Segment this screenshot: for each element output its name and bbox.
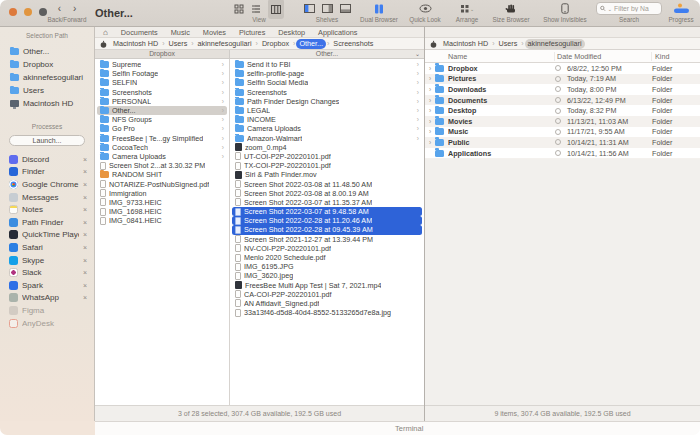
folder-row-other[interactable]: Other...› [97,106,227,115]
folder-row-path-finder-design-changes[interactable]: Path Finder Design Changes› [232,97,422,106]
disclosure-triangle-icon[interactable]: › [425,128,435,135]
column-header-date-modified[interactable]: Date Modified [555,52,652,61]
quit-process-button[interactable]: × [83,206,87,213]
favorite-item-documents[interactable]: Documents [121,28,158,37]
folder-row-selfin-social-media[interactable]: Selfin Social Media› [232,78,422,87]
file-row-screen-shot-2022-03-07-at-9-48-58-am[interactable]: Screen Shot 2022-03-07 at 9.48.58 AM [232,207,422,216]
file-row-screen-shot-2022-03-08-at-11-48-50-am[interactable]: Screen Shot 2022-03-08 at 11.48.50 AM [232,179,422,188]
search-field[interactable]: ⌄ [596,2,662,15]
folder-row-amazon-walmart[interactable]: Amazon-Walmart› [232,134,422,143]
column-header-dropbox[interactable]: Dropbox [95,50,230,58]
progress-icon[interactable] [673,3,690,14]
close-window-button[interactable] [9,8,17,16]
file-row-screen-shot-2022-02-28-at-09-45-39-am[interactable]: Screen Shot 2022-02-28 at 09.45.39 AM [232,225,422,234]
launch-button[interactable]: Launch... [9,135,85,146]
file-row-screen-shot-2022-02-28-at-11-20-46-am[interactable]: Screen Shot 2022-02-28 at 11.20.46 AM [232,216,422,225]
quick-look-eye-icon[interactable] [419,4,432,13]
column-header-name[interactable]: Name [425,52,555,61]
file-row-menlo-2020-schedule-pdf[interactable]: Menlo 2020 Schedule.pdf [232,253,422,262]
file-row-screen-shot-2022-03-08-at-8-00-19-am[interactable]: Screen Shot 2022-03-08 at 8.00.19 AM [232,189,422,198]
process-item-notes[interactable]: Notes× [0,203,94,216]
terminal-tab[interactable]: Terminal [395,424,423,433]
quit-process-button[interactable]: × [83,269,87,276]
file-row-33a13f46-d5d8-40d4-8552-5133265d7e8a-jpg[interactable]: 33a13f46-d5d8-40d4-8552-5133265d7e8a.jpg [232,308,422,317]
size-browser-hand-icon[interactable] [505,4,517,14]
quit-process-button[interactable]: × [83,244,87,251]
process-item-finder[interactable]: Finder× [0,166,94,179]
folder-row-camera-uploads[interactable]: Camera Uploads› [97,152,227,161]
breadcrumb-item-screenshots[interactable]: Screenshots [330,39,376,49]
disclosure-triangle-icon[interactable]: › [425,65,435,72]
favorite-item-applications[interactable]: Applications [318,28,357,37]
process-item-discord[interactable]: Discord× [0,153,94,166]
folder-row-screenshots[interactable]: Screenshots› [232,88,422,97]
table-row-public[interactable]: ›Public10/14/21, 11:31 AMFolder [425,137,700,148]
file-row-ca-coi-p2p-20220101-pdf[interactable]: CA-COI-P2P-20220101.pdf [232,290,422,299]
file-row-an-affidavit-signed-pdf[interactable]: AN Affidavit_Signed.pdf [232,299,422,308]
quit-process-button[interactable]: × [83,194,87,201]
file-row-nv-coi-p2p-20220101-pdf[interactable]: NV-COI-P2P-20220101.pdf [232,244,422,253]
sidebar-item-akinnefesogullari[interactable]: akinnefesogullari [0,71,94,84]
disclosure-triangle-icon[interactable]: › [425,139,435,146]
file-row-screen-shot-2021-12-27-at-13-39-44-pm[interactable]: Screen Shot 2021-12-27 at 13.39.44 PM [232,235,422,244]
file-row-zoom-0-mp4[interactable]: zoom_0.mp4 [232,143,422,152]
folder-row-send-it-to-fbi[interactable]: Send it to FBI› [232,60,422,69]
sidebar-item-other[interactable]: Other... [0,45,94,58]
quit-process-button[interactable]: × [83,156,87,163]
icon-right-shelf-icon[interactable] [322,4,333,13]
disclosure-triangle-icon[interactable]: › [425,97,435,104]
folder-row-selfin-profile-page[interactable]: selfin-profile-page› [232,69,422,78]
disclosure-triangle-icon[interactable]: › [425,107,435,114]
icon-view-columns-icon[interactable] [268,0,284,19]
disclosure-triangle-icon[interactable]: › [425,118,435,125]
breadcrumb-item-users[interactable]: Users [495,39,520,49]
table-row-music[interactable]: ›Music11/17/21, 9:55 AMFolder [425,127,700,138]
breadcrumb-item-macintosh-hd[interactable]: Macintosh HD [440,39,491,49]
process-item-spark[interactable]: Spark× [0,279,94,292]
favorite-item-music[interactable]: Music [171,28,190,37]
quit-process-button[interactable]: × [83,294,87,301]
process-item-quicktime-player[interactable]: QuickTime Player× [0,229,94,242]
disclosure-triangle-icon[interactable]: › [425,75,435,82]
forward-button[interactable]: › [67,3,82,14]
file-row-screen-shot-2-at-3-30-32-pm[interactable]: Screen Shot 2...at 3.30.32 PM [97,161,227,170]
show-invisibles-icon[interactable] [561,3,569,14]
process-item-google-chrome[interactable]: Google Chrome× [0,178,94,191]
arrange-icon[interactable] [460,4,469,13]
breadcrumb-item-users[interactable]: Users [165,39,190,49]
folder-row-screenshots[interactable]: Screenshots› [97,88,227,97]
folder-row-camera-uploads[interactable]: Camera Uploads› [232,124,422,133]
quit-process-button[interactable]: × [83,257,87,264]
folder-row-freesbee-te-gy-simplified[interactable]: FreesBee | Te...gy Simplified› [97,134,227,143]
file-row-siri-path-finder-mov[interactable]: Siri & Path Finder.mov [232,170,422,179]
table-row-documents[interactable]: ›Documents6/13/22, 12:49 PMFolder [425,95,700,106]
search-input[interactable] [614,5,658,12]
breadcrumb-item-akinnefesogullari[interactable]: akinnefesogullari [525,39,585,49]
folder-row-personal[interactable]: PERSONAL› [97,97,227,106]
table-row-pictures[interactable]: ›PicturesToday, 7:19 AMFolder [425,74,700,85]
table-row-dropbox[interactable]: ›Dropbox6/8/22, 12:50 PMFolder [425,63,700,74]
back-button[interactable]: ‹ [52,3,67,14]
home-icon[interactable]: ⌂ [103,28,108,37]
minimize-window-button[interactable] [24,8,32,16]
file-row-tx-coi-p2p-20220101-pdf[interactable]: TX-COI-P2P-20220101.pdf [232,161,422,170]
icon-view-grid-icon[interactable] [234,4,244,14]
column-header-other[interactable]: Other... [230,50,424,58]
folder-row-random-shit[interactable]: RANDOM SHIT [97,170,227,179]
breadcrumb-item-akinnefesogullari[interactable]: akinnefesogullari [195,39,255,49]
process-item-slack[interactable]: Slack× [0,266,94,279]
process-item-skype[interactable]: Skype× [0,254,94,267]
icon-view-list-icon[interactable] [251,4,261,14]
process-item-figma[interactable]: Figma [0,304,94,317]
quit-process-button[interactable]: × [83,219,87,226]
breadcrumb-item-dropbox[interactable]: Dropbox [259,39,292,49]
folder-row-legal[interactable]: LEGAL› [232,106,422,115]
file-row-img-0841-heic[interactable]: IMG_0841.HEIC [97,216,227,225]
table-row-downloads[interactable]: ›DownloadsToday, 8:00 PMFolder [425,84,700,95]
sidebar-item-users[interactable]: Users [0,84,94,97]
column-header-kind[interactable]: Kind [652,52,700,61]
quit-process-button[interactable]: × [83,181,87,188]
table-row-applications[interactable]: Applications10/14/21, 11:56 AMFolder [425,148,700,159]
file-row-img-3620-jpeg[interactable]: IMG_3620.jpeg [232,271,422,280]
process-item-anydesk[interactable]: AnyDesk [0,317,94,330]
